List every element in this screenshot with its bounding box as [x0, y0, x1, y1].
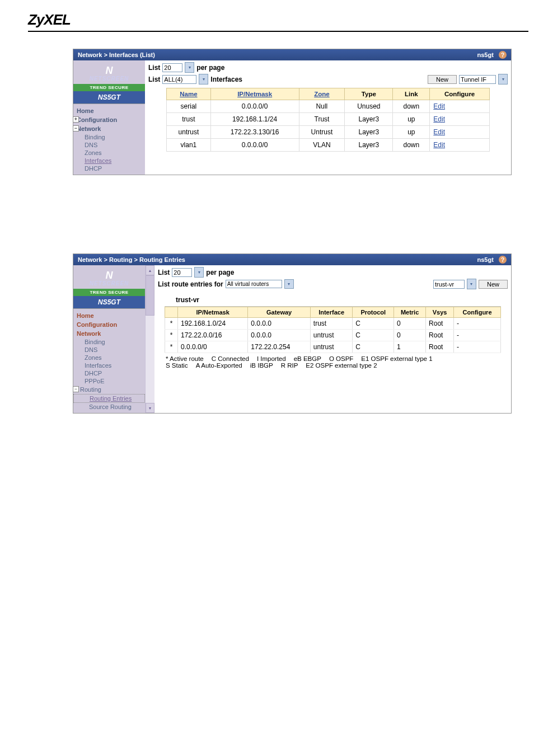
cell-zone: Trust: [299, 113, 345, 126]
sidebar-item-configuration[interactable]: Configuration: [73, 320, 145, 329]
col-ip: IP/Netmask: [178, 307, 248, 318]
sidebar-item-home[interactable]: Home: [73, 106, 145, 115]
table-row: trust 192.168.1.1/24 Trust Layer3 up Edi…: [167, 113, 490, 126]
per-page-label: per page: [196, 64, 224, 72]
sidebar-item-source-routing[interactable]: Source Routing: [73, 403, 145, 411]
router-filter-dropdown[interactable]: ▾: [284, 279, 294, 289]
cell-mark: *: [165, 318, 178, 330]
edit-link[interactable]: Edit: [433, 128, 445, 136]
col-interface: Interface: [310, 307, 352, 318]
new-button[interactable]: New: [479, 280, 508, 289]
filter-dropdown[interactable]: ▾: [199, 74, 208, 84]
type-dropdown[interactable]: ▾: [498, 74, 508, 84]
cell-cfg: -: [454, 341, 501, 353]
cell-gw: 0.0.0.0: [248, 318, 311, 330]
sidebar-item-home[interactable]: Home: [73, 311, 145, 320]
router-filter-select[interactable]: [226, 280, 282, 288]
col-zone[interactable]: Zone: [299, 88, 345, 100]
cell-vsys: Root: [426, 318, 454, 330]
hostname: ns5gt: [477, 256, 493, 263]
sidebar-item-interfaces[interactable]: Interfaces: [73, 361, 145, 369]
cell-metric: 0: [394, 330, 426, 341]
page-size-input[interactable]: [162, 63, 182, 72]
sidebar-scrollbar[interactable]: ▴ ▾: [145, 265, 154, 413]
interfaces-table: Name IP/Netmask Zone Type Link Configure…: [166, 88, 490, 152]
col-configure: Configure: [454, 307, 501, 318]
col-ip[interactable]: IP/Netmask: [210, 88, 299, 100]
hostname: ns5gt: [477, 51, 493, 58]
cell-name: trust: [167, 113, 211, 126]
trend-badge: TREND SECURE: [73, 84, 145, 91]
table-row: * 192.168.1.0/24 0.0.0.0 trust C 0 Root …: [165, 318, 501, 330]
sidebar-item-routing-entries[interactable]: Routing Entries: [73, 394, 145, 403]
sidebar-item-binding[interactable]: Binding: [73, 338, 145, 346]
edit-link[interactable]: Edit: [433, 141, 445, 149]
filter-select[interactable]: [162, 75, 196, 84]
cell-mark: *: [165, 330, 178, 341]
page-size-dropdown[interactable]: ▾: [185, 62, 194, 73]
type-select[interactable]: [459, 75, 496, 84]
cell-ip: 192.168.1.1/24: [210, 113, 299, 126]
brand-underline: [28, 31, 528, 32]
vr-name: trust-vr: [165, 294, 501, 307]
sidebar-item-network[interactable]: Network: [73, 124, 145, 133]
sidebar-item-binding[interactable]: Binding: [73, 133, 145, 141]
col-mark: [165, 307, 178, 318]
new-button[interactable]: New: [428, 75, 457, 84]
sidebar-item-interfaces[interactable]: Interfaces: [73, 157, 145, 165]
model-badge: NS5GT: [73, 91, 145, 104]
vr-select[interactable]: [433, 280, 465, 289]
section-label: Interfaces: [210, 76, 242, 83]
cell-configure: Edit: [430, 113, 490, 126]
cell-zone: Untrust: [299, 126, 345, 139]
sidebar-item-configuration[interactable]: Configuration: [73, 115, 145, 124]
sidebar-item-pppoe[interactable]: PPPoE: [73, 377, 145, 385]
col-vsys: Vsys: [426, 307, 454, 318]
page-size-dropdown[interactable]: ▾: [194, 267, 204, 278]
list-label-2: List: [148, 76, 160, 83]
sidebar-item-dhcp[interactable]: DHCP: [73, 369, 145, 377]
scroll-down-icon[interactable]: ▾: [146, 403, 154, 413]
sidebar-item-network[interactable]: Network: [73, 329, 145, 338]
vr-dropdown[interactable]: ▾: [467, 279, 476, 289]
col-configure: Configure: [430, 88, 490, 100]
col-name[interactable]: Name: [167, 88, 211, 100]
sidebar-item-dns[interactable]: DNS: [73, 141, 145, 149]
breadcrumb: Network > Routing > Routing Entries: [78, 256, 185, 263]
cell-iface: trust: [310, 318, 352, 330]
table-row: * 0.0.0.0/0 172.22.0.254 untrust C 1 Roo…: [165, 341, 501, 353]
cell-iface: untrust: [310, 341, 352, 353]
panel-header: Network > Routing > Routing Entries ns5g…: [73, 254, 511, 265]
list-label: List: [148, 64, 160, 72]
sidebar-item-dns[interactable]: DNS: [73, 346, 145, 354]
cell-link: down: [393, 100, 430, 113]
netscreen-brand: NETSCREEN: [90, 76, 129, 82]
edit-link[interactable]: Edit: [433, 115, 445, 123]
cell-gw: 0.0.0.0: [248, 330, 311, 341]
cell-vsys: Root: [426, 330, 454, 341]
help-icon[interactable]: ?: [499, 51, 507, 59]
sidebar-item-routing[interactable]: Routing: [73, 385, 145, 394]
sidebar-item-dhcp[interactable]: DHCP: [73, 165, 145, 172]
edit-link[interactable]: Edit: [433, 102, 445, 110]
sidebar-item-zones[interactable]: Zones: [73, 354, 145, 361]
cell-gw: 172.22.0.254: [248, 341, 311, 353]
cell-metric: 0: [394, 318, 426, 330]
help-icon[interactable]: ?: [499, 256, 507, 264]
interfaces-panel: Network > Interfaces (List) ns5gt ? NETS…: [73, 49, 512, 175]
ns-icon: [102, 270, 116, 278]
cell-zone: Null: [299, 100, 345, 113]
netscreen-logo: NETSCREEN: [73, 265, 145, 289]
cell-vsys: Root: [426, 341, 454, 353]
col-metric: Metric: [394, 307, 426, 318]
page-size-input[interactable]: [172, 268, 192, 277]
scroll-thumb[interactable]: [146, 275, 154, 316]
sidebar-item-zones[interactable]: Zones: [73, 149, 145, 157]
netscreen-logo: NETSCREEN: [73, 60, 145, 84]
scroll-up-icon[interactable]: ▴: [146, 265, 154, 275]
cell-link: down: [393, 139, 430, 152]
ns-icon: [102, 65, 116, 73]
col-protocol: Protocol: [353, 307, 394, 318]
cell-proto: C: [353, 318, 394, 330]
cell-cfg: -: [454, 330, 501, 341]
